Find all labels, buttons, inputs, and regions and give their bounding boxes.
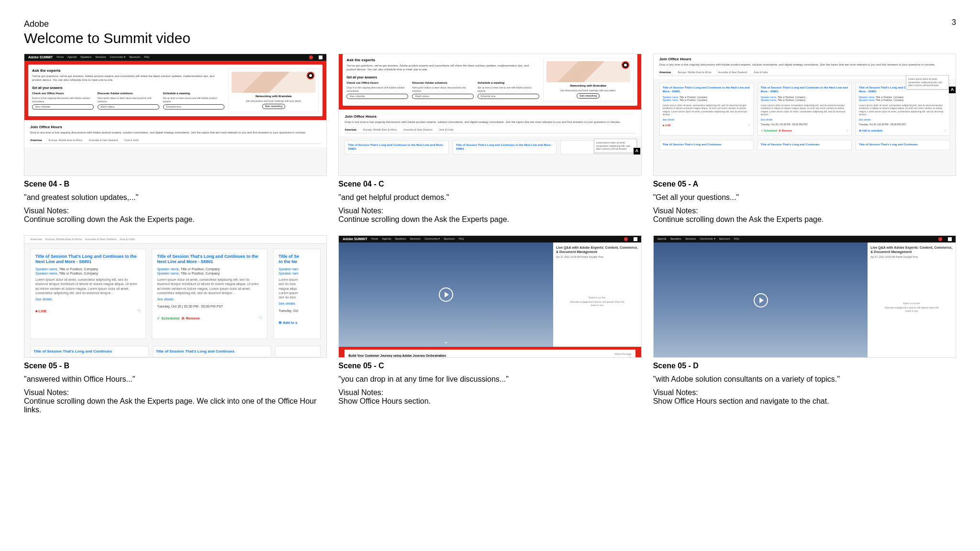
col-body: View quick videos to learn about new pro… (412, 86, 474, 92)
speaker-link[interactable]: Speaker name (35, 272, 57, 275)
nav-item: Agenda (67, 55, 77, 59)
video-sidepanel: Live Q&A with Adobe Experts: Content, Co… (553, 242, 641, 347)
see-details[interactable]: See details (761, 118, 848, 121)
cta-button[interactable]: Watch videos (98, 104, 159, 110)
see-details[interactable]: See details (859, 118, 947, 121)
session-card[interactable]: Title of Session That's Long and Continu… (30, 249, 146, 339)
session-card[interactable]: Title of Session That's Long and Continu… (856, 83, 950, 136)
tab[interactable]: Europe, Middle East & Africa (678, 71, 711, 74)
tab[interactable]: Europe, Middle East & Africa (49, 139, 82, 142)
session-card[interactable]: Title of Session That's Long and Continu… (856, 140, 950, 150)
heart-icon[interactable]: ♡ (944, 129, 947, 132)
scene-quote: "Get all your questions..." (653, 193, 956, 202)
see-details[interactable]: See details (278, 301, 315, 306)
avatar-icon (309, 55, 313, 59)
speaker-link[interactable]: Speaker name (761, 96, 777, 99)
notes-body: Continue scrolling down the Ask the Expe… (653, 215, 956, 224)
tab[interactable]: Asia & India (439, 128, 453, 132)
col-body: Drop in to live ongoing discussions with… (346, 86, 408, 92)
speaker-link[interactable]: Speaker nam (278, 272, 299, 275)
mini-navbar: Adobe SUMMIT Home Agenda Speakers Sessio… (24, 54, 326, 61)
scene-quote: "you can drop in at any time for live di… (338, 375, 641, 384)
tab[interactable]: Australia & New Zealand (89, 139, 118, 142)
see-details[interactable]: See details (157, 297, 262, 301)
notes-body: Continue scrolling down the Ask the Expe… (24, 215, 327, 224)
video-area[interactable]: ⌄ (339, 242, 553, 347)
tab[interactable]: Asia & India (124, 139, 138, 142)
session-card[interactable]: Title of Session That's Long and Continu… (153, 346, 271, 357)
cta-button[interactable]: Schedule time (478, 94, 539, 99)
cta-button[interactable]: View schedule (32, 104, 94, 110)
section-body: Drop in any time to live ongoing discuss… (30, 131, 321, 135)
heart-icon[interactable]: ♡ (846, 129, 848, 132)
speaker-link[interactable]: Speaker name (761, 99, 777, 101)
session-card[interactable]: Title of Session That's Long and Continu… (757, 140, 852, 150)
col-body: Set up time to meet one-to-one with Adob… (163, 97, 225, 103)
section-title: Join Office Hours (659, 57, 950, 62)
add-button[interactable]: ⊕ Add to s (278, 320, 297, 325)
speaker-link[interactable]: Speaker name (35, 267, 57, 271)
speaker: Speaker name, Title or Position, Company… (157, 267, 262, 276)
scene-quote: "and greatest solution updates,..." (24, 193, 327, 202)
tab[interactable]: Americas (345, 128, 356, 132)
col-title: Check out Office Hours (346, 81, 408, 85)
speaker-link[interactable]: Speaker name (663, 99, 679, 101)
session-card[interactable]: Title of Session That's Long and Continu… (152, 249, 267, 339)
speaker-link[interactable]: Speaker name (859, 99, 875, 101)
tab[interactable]: Asia & India (754, 71, 768, 74)
speaker-link[interactable]: Speaker name (157, 272, 179, 275)
video-title: Live Q&A with Adobe Experts: Content, Co… (870, 245, 953, 254)
speaker-link[interactable]: Speaker name (157, 267, 179, 271)
tab[interactable]: Australia & New Zealand (718, 71, 747, 74)
see-details[interactable]: See details (663, 118, 750, 121)
session-card[interactable]: Title of Session That's Long and Continu… (30, 346, 149, 357)
notes-heading: Visual Notes: (24, 207, 327, 215)
cta-button[interactable]: Start networking (577, 93, 600, 99)
nav-item: Sponsors (444, 237, 455, 241)
video-area[interactable] (654, 242, 868, 358)
cta-button[interactable]: View schedule (346, 94, 408, 99)
not-live-text: Event is not live (903, 302, 920, 305)
session-card[interactable] (275, 346, 321, 357)
add-button[interactable]: ⊕ Add to schedule (859, 129, 882, 132)
cta-button[interactable]: Schedule time (163, 104, 225, 110)
speaker-link[interactable]: Speaker name (859, 96, 875, 99)
speaker-link[interactable]: Speaker nam (278, 267, 299, 271)
tab[interactable]: Europe, Middle East & Africa (363, 128, 397, 132)
speaker-link[interactable]: Speaker name (663, 96, 679, 99)
session-card[interactable]: Title of Session That's Long and Continu… (345, 140, 448, 154)
session-card[interactable]: Title of Session That's Long and Continu… (453, 140, 557, 154)
tab[interactable]: Australia & New Zealand (403, 128, 433, 132)
remove-button[interactable]: ⊘ Remove (779, 129, 792, 132)
remove-button[interactable]: ⊘ Remove (181, 316, 200, 320)
col-title: Discover Adobe solutions (98, 92, 159, 96)
hero-sub: Get all your answers (32, 86, 224, 90)
heart-icon[interactable]: ♡ (748, 124, 750, 127)
session-card[interactable]: Title of Session That's Long and Continu… (659, 140, 754, 150)
session-desc: Lorem ipsum dolor sit amet, consectetur … (35, 277, 141, 295)
session-card[interactable]: Title of Seto the Ne Speaker namSpeaker … (273, 249, 321, 339)
notes-heading: Visual Notes: (653, 388, 956, 397)
notes-body: Continue scrolling down the Ask the Expe… (24, 397, 327, 414)
play-icon[interactable] (754, 293, 768, 308)
see-details[interactable]: See details (35, 297, 141, 301)
below-title: Build Your Customer Journey using Adobe … (348, 354, 446, 358)
cta-button[interactable]: Watch videos (412, 94, 474, 99)
session-card[interactable]: Title of Session That's Long and Continu… (757, 83, 852, 136)
not-live-text: Event is not live (589, 296, 605, 299)
heart-icon[interactable]: ♡ (137, 309, 141, 314)
chevron-down-icon[interactable]: ⌄ (444, 338, 448, 346)
nav-item: Sessions (410, 237, 421, 241)
storyboard-cell: Join Office Hours Drop in any time to li… (653, 54, 956, 224)
tab[interactable]: Americas (30, 139, 42, 142)
heart-icon[interactable]: ♡ (259, 316, 262, 321)
brand: Adobe (24, 19, 956, 29)
live-badge: ■ LIVE (663, 124, 671, 127)
session-title: Title of Session That's Long and Continu… (348, 143, 445, 151)
session-card[interactable]: Title of Session That's Long and Continu… (659, 83, 754, 136)
cta-button[interactable]: Start networking (262, 104, 285, 109)
session-card[interactable]: Lorem ipsum dolor sit amet, consectetur … (560, 140, 635, 154)
tab[interactable]: Americas (659, 71, 671, 74)
social-icons[interactable]: f ✶ in ⎘ (614, 356, 631, 358)
play-icon[interactable] (439, 287, 453, 302)
